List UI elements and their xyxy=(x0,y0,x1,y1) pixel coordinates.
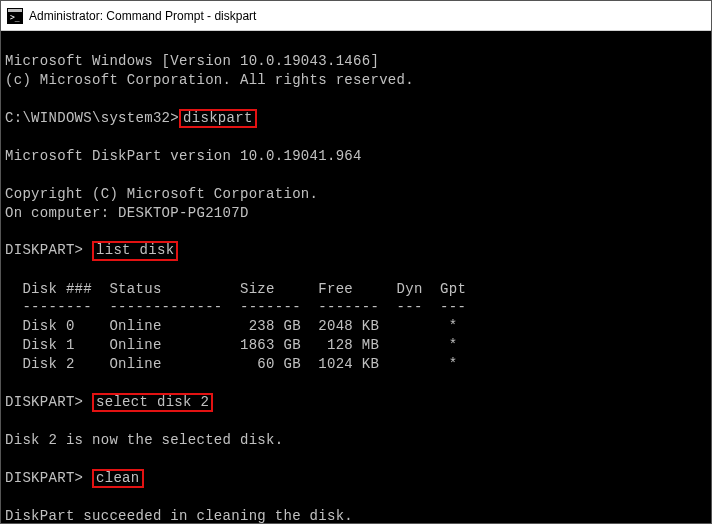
diskpart-prompt: DISKPART> xyxy=(5,470,92,486)
table-row: Disk 2 Online 60 GB 1024 KB * xyxy=(5,356,457,372)
table-separator: -------- ------------- ------- ------- -… xyxy=(5,299,466,315)
table-row: Disk 1 Online 1863 GB 128 MB * xyxy=(5,337,457,353)
window-titlebar: >_ Administrator: Command Prompt - diskp… xyxy=(1,1,711,31)
table-row: Disk 0 Online 238 GB 2048 KB * xyxy=(5,318,457,334)
svg-rect-1 xyxy=(8,9,22,12)
window-title: Administrator: Command Prompt - diskpart xyxy=(29,9,256,23)
table-header: Disk ### Status Size Free Dyn Gpt xyxy=(5,281,466,297)
diskpart-copyright: Copyright (C) Microsoft Corporation. xyxy=(5,186,318,202)
diskpart-prompt: DISKPART> xyxy=(5,242,92,258)
prompt-system32: C:\WINDOWS\system32> xyxy=(5,110,179,126)
diskpart-prompt: DISKPART> xyxy=(5,394,92,410)
diskpart-version: Microsoft DiskPart version 10.0.19041.96… xyxy=(5,148,362,164)
cmd-list-disk: list disk xyxy=(92,241,178,260)
svg-text:>_: >_ xyxy=(10,13,20,22)
cmd-icon: >_ xyxy=(7,8,23,24)
cmd-select-disk: select disk 2 xyxy=(92,393,213,412)
os-version-line: Microsoft Windows [Version 10.0.19043.14… xyxy=(5,53,379,69)
computer-name: On computer: DESKTOP-PG2107D xyxy=(5,205,249,221)
copyright-line: (c) Microsoft Corporation. All rights re… xyxy=(5,72,414,88)
cmd-clean: clean xyxy=(92,469,144,488)
cmd-diskpart: diskpart xyxy=(179,109,257,128)
msg-clean: DiskPart succeeded in cleaning the disk. xyxy=(5,508,353,524)
terminal-output[interactable]: Microsoft Windows [Version 10.0.19043.14… xyxy=(1,31,711,524)
msg-select: Disk 2 is now the selected disk. xyxy=(5,432,283,448)
